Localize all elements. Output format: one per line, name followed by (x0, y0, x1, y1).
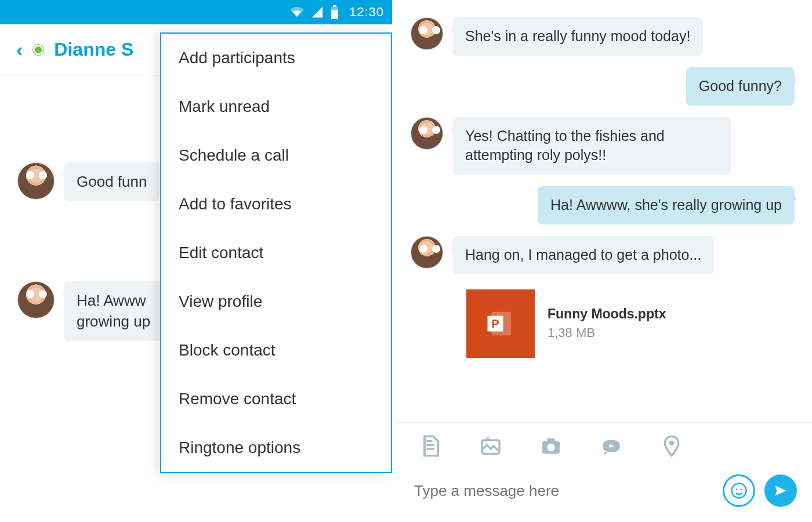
svg-point-12 (669, 440, 674, 445)
file-size: 1,38 MB (548, 325, 666, 340)
incoming-bubble[interactable]: Good funn (64, 162, 160, 201)
cell-signal-icon (311, 6, 324, 19)
menu-view-profile[interactable]: View profile (161, 277, 391, 326)
svg-point-14 (736, 488, 738, 490)
camera-icon[interactable] (538, 433, 564, 459)
presence-online-icon (33, 45, 44, 55)
left-pane: 12:30 ‹ Dianne S Sh to Good funn (0, 0, 394, 522)
android-statusbar: 12:30 (0, 0, 392, 24)
message-row: She's in a really funny mood today! (411, 17, 795, 56)
avatar[interactable] (411, 17, 443, 50)
message-row: Good funny? (411, 67, 795, 106)
message-input[interactable] (414, 482, 713, 500)
svg-point-13 (732, 484, 746, 498)
menu-mark-unread[interactable]: Mark unread (161, 82, 391, 131)
avatar[interactable] (17, 162, 55, 200)
message-text: Ha! Awwww, she's really growing up (550, 197, 782, 213)
outgoing-bubble[interactable]: Ha! Awwww, she's really growing up (538, 186, 795, 224)
right-pane: She's in a really funny mood today! Good… (394, 0, 812, 522)
menu-block-contact[interactable]: Block contact (161, 326, 391, 375)
message-row: Yes! Chatting to the fishies and attempt… (411, 117, 795, 175)
contact-name[interactable]: Dianne S (54, 39, 133, 60)
statusbar-time: 12:30 (349, 5, 384, 20)
incoming-bubble[interactable]: Yes! Chatting to the fishies and attempt… (452, 117, 731, 175)
avatar[interactable] (411, 117, 443, 150)
menu-ringtone-options[interactable]: Ringtone options (161, 423, 391, 472)
svg-point-7 (486, 436, 490, 440)
message-text: growing up (77, 313, 150, 330)
menu-schedule-call[interactable]: Schedule a call (161, 131, 391, 180)
message-row: Hang on, I managed to get a photo... (411, 236, 795, 274)
right-chat-thread: She's in a really funny mood today! Good… (394, 0, 812, 358)
context-menu: Add participants Mark unread Schedule a … (160, 32, 392, 473)
attachment-toolbar (394, 422, 812, 463)
app-root: 12:30 ‹ Dianne S Sh to Good funn (0, 0, 812, 522)
compose-bar (394, 463, 812, 522)
incoming-bubble[interactable]: She's in a really funny mood today! (452, 17, 703, 56)
battery-icon (331, 5, 339, 19)
menu-edit-contact[interactable]: Edit contact (161, 229, 391, 277)
file-metadata: Funny Moods.pptx 1,38 MB (548, 306, 666, 340)
back-button[interactable]: ‹ (16, 38, 23, 61)
avatar[interactable] (17, 281, 55, 318)
svg-point-15 (741, 488, 742, 490)
video-message-icon[interactable] (599, 433, 624, 459)
avatar[interactable] (411, 236, 443, 269)
menu-add-favorites[interactable]: Add to favorites (161, 180, 391, 229)
message-text: Good funn (77, 173, 147, 190)
svg-rect-1 (331, 10, 338, 19)
location-icon[interactable] (659, 433, 684, 459)
emoji-button[interactable] (723, 474, 755, 507)
incoming-bubble[interactable]: Ha! Awww growing up (64, 281, 163, 340)
document-icon[interactable] (418, 433, 443, 459)
file-name: Funny Moods.pptx (548, 306, 666, 322)
svg-rect-2 (333, 5, 336, 7)
menu-add-participants[interactable]: Add participants (161, 34, 391, 82)
menu-remove-contact[interactable]: Remove contact (161, 375, 391, 423)
message-text: Ha! Awww (77, 292, 146, 309)
svg-text:P: P (491, 317, 499, 329)
incoming-bubble[interactable]: Hang on, I managed to get a photo... (452, 236, 714, 274)
file-attachment[interactable]: P Funny Moods.pptx 1,38 MB (411, 289, 795, 358)
wifi-icon (290, 5, 304, 19)
message-row: Ha! Awwww, she's really growing up (411, 186, 795, 224)
message-text: Good funny? (699, 78, 782, 94)
message-text: She's in a really funny mood today! (465, 28, 690, 44)
svg-point-9 (547, 443, 554, 451)
send-button[interactable] (764, 474, 797, 507)
gallery-icon[interactable] (478, 433, 503, 459)
message-text: Hang on, I managed to get a photo... (465, 246, 701, 263)
svg-rect-10 (547, 438, 554, 442)
powerpoint-file-icon: P (466, 289, 535, 358)
outgoing-bubble[interactable]: Good funny? (686, 67, 795, 106)
message-text: Yes! Chatting to the fishies and attempt… (465, 128, 665, 164)
